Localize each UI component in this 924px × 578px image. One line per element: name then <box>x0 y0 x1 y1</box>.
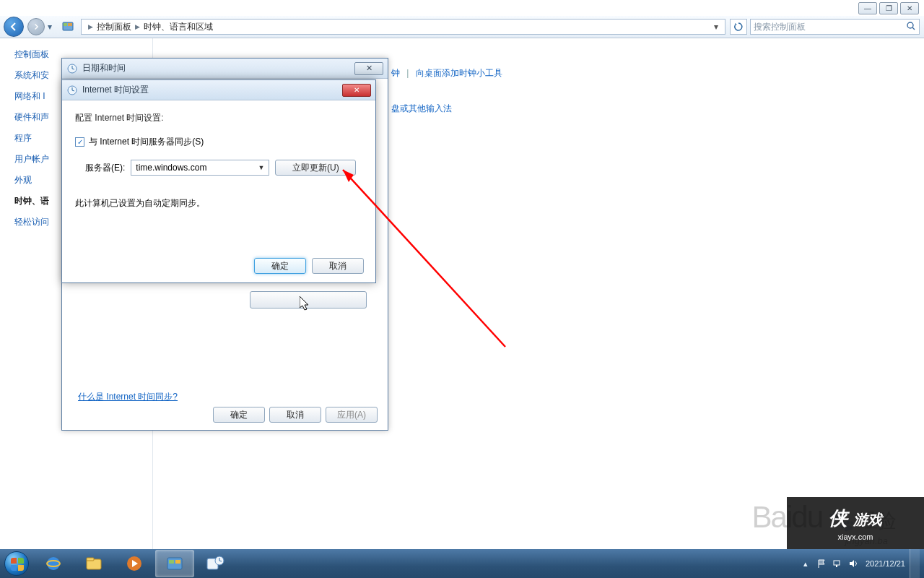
internet-time-dialog: Internet 时间设置 ✕ 配置 Internet 时间设置: ✓ 与 In… <box>61 79 376 283</box>
nav-forward-button[interactable] <box>27 18 45 35</box>
content-link[interactable]: 钟 <box>391 67 400 79</box>
refresh-button[interactable] <box>730 19 747 35</box>
taskbar: ▴ 2021/12/21 <box>0 549 924 578</box>
tray-date: 2021/12/21 <box>866 558 905 569</box>
server-label: 服务器(E): <box>85 162 125 174</box>
volume-icon[interactable] <box>847 557 860 570</box>
svg-rect-1 <box>64 23 67 26</box>
dialog-title: Internet 时间设置 <box>82 84 149 96</box>
dialog-title: 日期和时间 <box>82 62 126 74</box>
tray-clock[interactable]: 2021/12/21 <box>866 558 905 569</box>
obscured-button[interactable] <box>250 291 367 309</box>
control-panel-icon <box>61 20 77 34</box>
clock-icon <box>66 63 78 74</box>
window-control-group: — ❐ ✕ <box>858 2 919 14</box>
search-placeholder: 搜索控制面板 <box>754 21 806 33</box>
search-icon <box>906 21 916 33</box>
content-link-ime[interactable]: 盘或其他输入法 <box>391 103 452 115</box>
sync-checkbox[interactable]: ✓ <box>75 137 84 147</box>
flag-icon[interactable] <box>815 557 828 570</box>
taskbar-control-panel[interactable] <box>155 550 194 577</box>
chevron-down-icon: ▼ <box>258 164 264 171</box>
taskbar-ie[interactable] <box>34 550 73 577</box>
svg-rect-2 <box>68 23 72 26</box>
server-row: 服务器(E): time.windows.com ▼ 立即更新(U) <box>75 160 362 176</box>
maximize-button[interactable]: ❐ <box>879 2 898 14</box>
nav-history-dropdown[interactable]: ▾ <box>45 20 55 34</box>
nav-back-button[interactable] <box>4 17 24 37</box>
sync-status-text: 此计算机已设置为自动定期同步。 <box>75 197 362 210</box>
help-link[interactable]: 什么是 Internet 时间同步? <box>78 391 178 403</box>
dialog-titlebar[interactable]: Internet 时间设置 ✕ <box>62 80 375 100</box>
close-button[interactable]: ✕ <box>900 2 919 14</box>
explorer-navbar: ▾ ▶ 控制面板 ▶ 时钟、语言和区域 ▾ 搜索控制面板 <box>0 16 924 38</box>
svg-line-4 <box>912 27 915 30</box>
dialog-button-row: 确定 取消 应用(A) <box>213 407 378 423</box>
tray-arrow-icon[interactable]: ▴ <box>799 557 812 570</box>
ok-button[interactable]: 确定 <box>213 407 265 423</box>
chevron-right-icon: ▶ <box>135 23 140 30</box>
apply-button[interactable]: 应用(A) <box>326 407 378 423</box>
content-link-add-gadget[interactable]: 向桌面添加时钟小工具 <box>416 67 502 79</box>
cancel-button[interactable]: 取消 <box>312 258 364 274</box>
sync-checkbox-label[interactable]: 与 Internet 时间服务器同步(S) <box>89 136 204 148</box>
show-desktop-button[interactable] <box>910 549 920 578</box>
breadcrumb-dropdown[interactable]: ▾ <box>710 22 722 32</box>
svg-rect-16 <box>87 558 94 561</box>
clock-icon <box>66 85 78 96</box>
chevron-right-icon: ▶ <box>88 23 93 30</box>
windows-logo-icon <box>11 558 24 571</box>
server-value: time.windows.com <box>136 163 206 173</box>
dialog-close-button[interactable]: ✕ <box>342 84 371 97</box>
breadcrumb-item[interactable]: 时钟、语言和区域 <box>144 21 213 33</box>
network-icon[interactable] <box>831 557 844 570</box>
svg-rect-20 <box>169 560 174 564</box>
dialog-close-button[interactable]: ✕ <box>354 62 383 75</box>
sync-checkbox-row: ✓ 与 Internet 时间服务器同步(S) <box>75 136 362 148</box>
cancel-button[interactable]: 取消 <box>269 407 321 423</box>
svg-rect-27 <box>836 565 837 567</box>
breadcrumb-item[interactable]: 控制面板 <box>97 21 131 33</box>
search-input[interactable]: 搜索控制面板 <box>750 19 920 35</box>
svg-point-3 <box>907 22 913 28</box>
system-tray: ▴ 2021/12/21 <box>793 549 924 578</box>
svg-rect-21 <box>175 560 180 564</box>
minimize-button[interactable]: — <box>858 2 877 14</box>
dialog-body: 配置 Internet 时间设置: ✓ 与 Internet 时间服务器同步(S… <box>62 100 375 282</box>
server-combobox[interactable]: time.windows.com ▼ <box>131 160 269 176</box>
breadcrumb-bar[interactable]: ▶ 控制面板 ▶ 时钟、语言和区域 ▾ <box>81 19 725 35</box>
start-button[interactable] <box>0 549 33 578</box>
svg-point-13 <box>47 557 60 570</box>
taskbar-datetime-settings[interactable] <box>196 550 235 577</box>
dialog-titlebar[interactable]: 日期和时间 ✕ <box>62 59 388 79</box>
dialog-button-row: 确定 取消 <box>254 258 364 274</box>
xiayx-watermark: 侠 游戏 xiayx.com <box>787 497 924 549</box>
taskbar-media-player[interactable] <box>115 550 154 577</box>
svg-rect-26 <box>834 561 840 565</box>
update-now-button[interactable]: 立即更新(U) <box>275 160 356 176</box>
link-separator: | <box>406 68 409 78</box>
taskbar-explorer[interactable] <box>74 550 113 577</box>
ok-button[interactable]: 确定 <box>254 258 306 274</box>
config-label: 配置 Internet 时间设置: <box>75 112 362 124</box>
